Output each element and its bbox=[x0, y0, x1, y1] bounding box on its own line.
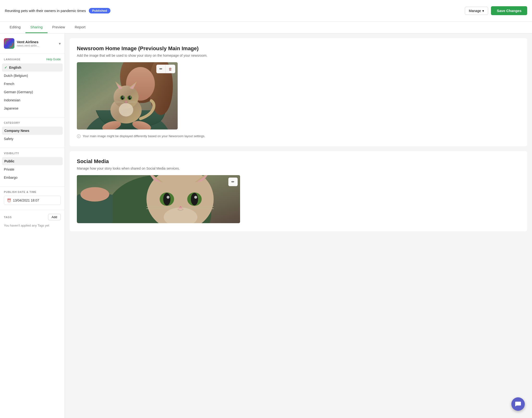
svg-point-19 bbox=[128, 96, 131, 100]
brand-name: Vent Airlines bbox=[17, 40, 57, 44]
check-icon: ✓ bbox=[4, 66, 7, 70]
language-section: LANGUAGE Help Guide ✓ English Dutch (Bel… bbox=[0, 58, 65, 117]
visibility-embargo[interactable]: Embargo bbox=[0, 174, 65, 182]
category-company-news[interactable]: Company News bbox=[2, 127, 63, 135]
category-section: CATEGORY Company News Safety bbox=[0, 121, 65, 148]
tags-section: TAGS Add You haven't applied any Tags ye… bbox=[0, 214, 65, 233]
chat-icon bbox=[515, 401, 521, 407]
social-media-image-wrapper: ✏ bbox=[77, 175, 240, 223]
chevron-down-icon: ▾ bbox=[482, 9, 484, 13]
image-action-buttons: ✏ 🗑 bbox=[156, 65, 175, 73]
story-title: Reuniting pets with their owners in pand… bbox=[5, 9, 86, 13]
top-bar-actions: Manage ▾ Save Changes bbox=[465, 6, 527, 15]
category-header: CATEGORY bbox=[0, 121, 65, 127]
brand-chevron-icon[interactable]: ▾ bbox=[59, 41, 61, 46]
publish-date-input[interactable]: ⏰ 13/04/2021 18:07 bbox=[4, 196, 61, 205]
svg-point-27 bbox=[119, 103, 133, 116]
visibility-section: VISIBILITY Public Private Embargo bbox=[0, 152, 65, 187]
social-cat-image-svg bbox=[77, 175, 240, 223]
visibility-embargo-label: Embargo bbox=[4, 176, 18, 179]
tab-sharing[interactable]: Sharing bbox=[25, 22, 47, 33]
clock-icon: ⏰ bbox=[7, 198, 11, 202]
category-section-title: CATEGORY bbox=[4, 121, 20, 124]
edit-social-image-button[interactable]: ✏ bbox=[228, 177, 238, 186]
social-media-card: Social Media Manage how your story looks… bbox=[70, 151, 527, 231]
category-safety-label: Safety bbox=[4, 137, 13, 141]
newsroom-image-desc: Add the image that will be used to show … bbox=[77, 54, 520, 58]
language-english-label: English bbox=[9, 66, 21, 70]
add-tag-button[interactable]: Add bbox=[48, 214, 61, 220]
language-french-label: French bbox=[4, 82, 14, 86]
newsroom-image-card: Newsroom Home Image (Previously Main Ima… bbox=[70, 38, 527, 146]
newsroom-image-wrapper: ✏ 🗑 bbox=[77, 62, 178, 129]
svg-point-21 bbox=[130, 97, 131, 98]
tab-navigation: Editing Sharing Preview Report bbox=[0, 22, 532, 33]
visibility-public-label: Public bbox=[4, 159, 14, 163]
language-german[interactable]: German (Germany) bbox=[0, 88, 65, 96]
tags-section-title: TAGS bbox=[4, 216, 12, 219]
visibility-header: VISIBILITY bbox=[0, 152, 65, 157]
info-icon: ⓘ bbox=[77, 134, 81, 139]
tags-header: TAGS Add bbox=[0, 214, 65, 223]
language-indonesian[interactable]: Indonesian bbox=[0, 96, 65, 104]
language-english[interactable]: ✓ English bbox=[2, 63, 63, 72]
social-media-title: Social Media bbox=[77, 158, 520, 164]
help-guide-link[interactable]: Help Guide bbox=[46, 58, 61, 61]
svg-point-39 bbox=[167, 196, 170, 199]
svg-point-48 bbox=[80, 187, 109, 202]
manage-button[interactable]: Manage ▾ bbox=[465, 7, 488, 15]
language-french[interactable]: French bbox=[0, 80, 65, 88]
manage-label: Manage bbox=[469, 9, 481, 13]
brand-area: Vent Airlines news.vent-airlin... ▾ bbox=[0, 38, 65, 54]
top-bar: Reuniting pets with their owners in pand… bbox=[0, 0, 532, 22]
language-header: LANGUAGE Help Guide bbox=[0, 58, 65, 63]
svg-point-37 bbox=[163, 193, 170, 205]
delete-image-button[interactable]: 🗑 bbox=[166, 65, 175, 73]
svg-point-38 bbox=[191, 193, 198, 205]
category-safety[interactable]: Safety bbox=[0, 135, 65, 143]
story-header: Reuniting pets with their owners in pand… bbox=[5, 8, 110, 13]
info-note: ⓘ Your main image might be displayed dif… bbox=[77, 134, 520, 139]
publish-date-section-title: PUBLISH DATE & TIME bbox=[4, 190, 36, 193]
visibility-private-label: Private bbox=[4, 167, 14, 171]
language-dutch-label: Dutch (Belgium) bbox=[4, 74, 28, 78]
language-indonesian-label: Indonesian bbox=[4, 98, 20, 102]
publish-date-section: PUBLISH DATE & TIME ⏰ 13/04/2021 18:07 bbox=[0, 190, 65, 210]
brand-domain: news.vent-airlin... bbox=[17, 44, 57, 47]
social-media-desc: Manage how your story looks when shared … bbox=[77, 166, 520, 170]
svg-point-40 bbox=[194, 196, 197, 199]
no-tags-text: You haven't applied any Tags yet bbox=[0, 223, 65, 228]
visibility-section-title: VISIBILITY bbox=[4, 152, 19, 155]
svg-point-18 bbox=[121, 96, 124, 100]
brand-logo-icon bbox=[5, 39, 13, 48]
tab-report[interactable]: Report bbox=[70, 22, 90, 33]
sidebar: Vent Airlines news.vent-airlin... ▾ LANG… bbox=[0, 33, 65, 418]
tab-preview[interactable]: Preview bbox=[47, 22, 70, 33]
brand-info: Vent Airlines news.vent-airlin... bbox=[17, 40, 57, 47]
save-changes-button[interactable]: Save Changes bbox=[491, 6, 527, 15]
language-japanese[interactable]: Japanese bbox=[0, 104, 65, 112]
newsroom-image-title: Newsroom Home Image (Previously Main Ima… bbox=[77, 46, 520, 52]
language-german-label: German (Germany) bbox=[4, 90, 33, 94]
tab-editing[interactable]: Editing bbox=[5, 22, 25, 33]
visibility-public[interactable]: Public bbox=[2, 157, 63, 165]
svg-point-20 bbox=[123, 97, 123, 98]
chat-support-button[interactable] bbox=[511, 397, 525, 411]
language-section-title: LANGUAGE bbox=[4, 58, 20, 61]
language-dutch[interactable]: Dutch (Belgium) bbox=[0, 72, 65, 80]
social-media-image bbox=[77, 175, 240, 223]
publish-date-header: PUBLISH DATE & TIME bbox=[0, 190, 65, 196]
content-area: Newsroom Home Image (Previously Main Ima… bbox=[65, 33, 532, 418]
brand-logo bbox=[4, 38, 14, 49]
category-company-news-label: Company News bbox=[4, 129, 29, 133]
visibility-private[interactable]: Private bbox=[0, 165, 65, 174]
info-note-text: Your main image might be displayed diffe… bbox=[83, 134, 205, 138]
edit-image-button[interactable]: ✏ bbox=[157, 65, 166, 73]
language-japanese-label: Japanese bbox=[4, 106, 19, 110]
publish-date-value: 13/04/2021 18:07 bbox=[13, 198, 39, 202]
published-badge: Published bbox=[89, 8, 110, 13]
